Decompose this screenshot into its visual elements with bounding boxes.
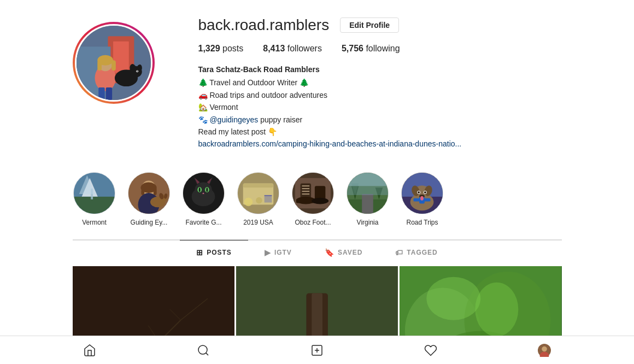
profile-top-row: back.road.ramblers Edit Profile [198, 16, 562, 34]
activity-nav-button[interactable] [424, 344, 437, 357]
avatar-ring[interactable] [73, 22, 155, 104]
svg-point-42 [206, 187, 208, 192]
saved-icon: 🔖 [325, 248, 334, 257]
svg-rect-26 [154, 187, 157, 195]
svg-rect-7 [97, 60, 102, 71]
svg-point-80 [424, 191, 426, 193]
svg-point-116 [542, 346, 547, 351]
svg-point-61 [312, 198, 328, 204]
tabs-row: ⊞ POSTS ▶ IGTV 🔖 SAVED 🏷 TAGGED [73, 240, 562, 265]
avatar [75, 24, 152, 102]
svg-point-34 [195, 182, 212, 197]
svg-rect-46 [243, 183, 274, 187]
bio-line-5: Read my latest post 👇 [198, 126, 562, 138]
profile-header: back.road.ramblers Edit Profile 1,329 po… [73, 16, 562, 150]
highlight-2019-usa[interactable]: 2019 USA [237, 172, 280, 226]
bio-line-3: 🏡 Vermont [198, 101, 562, 113]
svg-point-47 [244, 198, 253, 207]
home-nav-button[interactable] [83, 344, 96, 357]
svg-point-14 [137, 71, 138, 72]
highlight-guiding-eyes[interactable]: Guiding Ey... [127, 172, 171, 226]
bottom-nav [0, 336, 634, 364]
tab-tagged-label: TAGGED [407, 249, 437, 256]
svg-rect-50 [265, 195, 272, 196]
highlight-label-virginia: Virginia [357, 219, 379, 226]
tagged-icon: 🏷 [395, 248, 403, 257]
svg-rect-25 [141, 187, 144, 195]
edit-profile-button[interactable]: Edit Profile [340, 17, 399, 33]
highlight-label-favorite-g: Favorite G... [185, 219, 221, 226]
highlight-label-oboz: Oboz Foot... [295, 219, 331, 226]
followers-stat[interactable]: 8,413 followers [263, 44, 322, 54]
highlight-circle-vermont [73, 172, 115, 214]
svg-line-111 [206, 353, 208, 355]
svg-rect-16 [105, 87, 111, 100]
bio-name: Tara Schatz-Back Road Ramblers [198, 63, 562, 75]
highlight-label-road-trips: Road Trips [406, 219, 438, 226]
main-content: back.road.ramblers Edit Profile 1,329 po… [62, 0, 573, 364]
highlight-virginia[interactable]: Virginia [346, 172, 390, 226]
svg-rect-65 [362, 194, 373, 214]
tab-saved[interactable]: 🔖 SAVED [308, 240, 379, 265]
highlight-label-2019-usa: 2019 USA [243, 219, 273, 226]
highlight-favorite-g[interactable]: Favorite G... [182, 172, 226, 226]
posts-icon: ⊞ [196, 248, 203, 257]
bio-line-1: 🌲 Travel and Outdoor Writer 🌲 [198, 77, 562, 89]
svg-point-108 [475, 282, 518, 336]
tab-saved-label: SAVED [338, 249, 362, 256]
avatar-container [73, 22, 155, 104]
profile-nav-button[interactable] [538, 344, 551, 357]
highlight-circle-oboz [292, 172, 334, 214]
bio-line-4: 🐾 @guidingeyes puppy raiser [198, 114, 562, 126]
bio-website-link[interactable]: backroadramblers.com/camping-hiking-and-… [198, 139, 462, 148]
tab-tagged[interactable]: 🏷 TAGGED [379, 240, 454, 265]
highlight-oboz[interactable]: Oboz Foot... [291, 172, 335, 226]
svg-point-84 [420, 196, 424, 201]
highlight-label-guiding-eyes: Guiding Ey... [131, 219, 168, 226]
highlight-vermont[interactable]: Vermont [73, 172, 116, 226]
highlight-circle-2019-usa [237, 172, 279, 214]
bio-section: Tara Schatz-Back Road Ramblers 🌲 Travel … [198, 63, 562, 150]
igtv-icon: ▶ [265, 248, 271, 257]
svg-point-110 [198, 345, 207, 354]
highlight-label-vermont: Vermont [82, 219, 107, 226]
highlights-row: Vermont Guiding Ey... [73, 163, 562, 240]
bio-mention-link[interactable]: @guidingeyes [209, 115, 258, 124]
highlight-road-trips[interactable]: Road Trips [401, 172, 444, 226]
svg-rect-70 [347, 173, 388, 186]
username: back.road.ramblers [198, 16, 330, 34]
highlight-circle-guiding-eyes [128, 172, 170, 214]
svg-rect-49 [265, 195, 272, 203]
svg-rect-18 [74, 197, 115, 214]
svg-rect-15 [98, 87, 104, 100]
bio-line-2: 🚗 Road trips and outdoor adventures [198, 89, 562, 101]
stats-row: 1,329 posts 8,413 followers 5,756 follow… [198, 44, 562, 54]
search-nav-button[interactable] [197, 344, 210, 357]
svg-point-79 [418, 191, 420, 193]
svg-point-109 [427, 277, 481, 320]
highlight-circle-virginia [347, 172, 389, 214]
tab-posts[interactable]: ⊞ POSTS [180, 240, 248, 265]
highlight-circle-favorite-g [183, 172, 225, 214]
tab-igtv[interactable]: ▶ IGTV [248, 240, 308, 265]
tab-igtv-label: IGTV [274, 249, 292, 256]
svg-point-48 [256, 197, 262, 204]
add-post-nav-button[interactable] [310, 344, 324, 357]
profile-info: back.road.ramblers Edit Profile 1,329 po… [198, 16, 562, 150]
svg-rect-8 [111, 60, 116, 71]
posts-stat: 1,329 posts [198, 44, 244, 54]
tab-posts-label: POSTS [207, 249, 232, 256]
following-stat[interactable]: 5,756 following [342, 44, 400, 54]
highlight-circle-road-trips [401, 172, 443, 214]
svg-point-41 [199, 187, 201, 192]
